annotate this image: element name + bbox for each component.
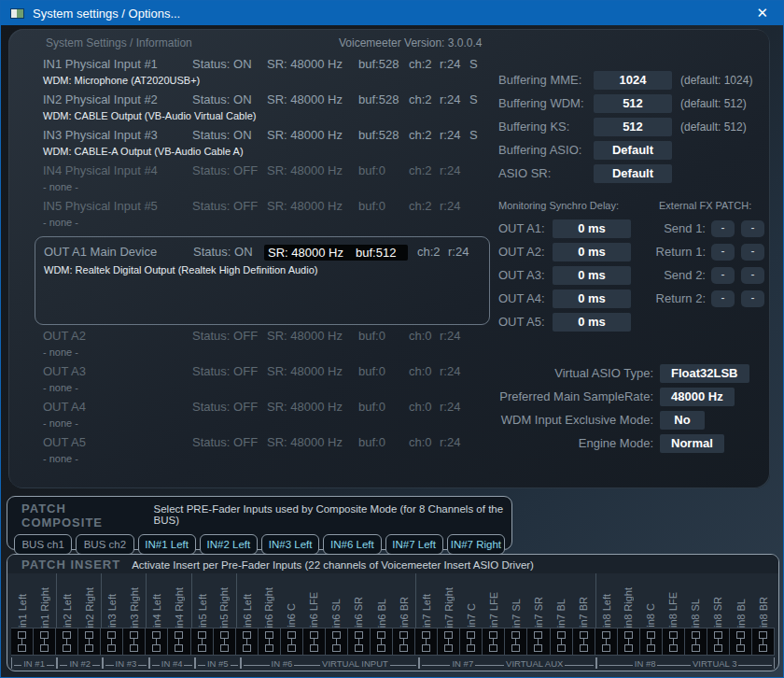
insert-toggle[interactable]: [393, 628, 415, 656]
insert-toggle[interactable]: [34, 628, 56, 656]
fx-patch-button-b[interactable]: -: [741, 220, 764, 237]
insert-toggle[interactable]: [168, 628, 190, 656]
insert-toggle[interactable]: [730, 628, 752, 656]
insert-channel-strip: in6 C: [281, 573, 303, 656]
device-row[interactable]: IN2 Physical Input #2 Status: ON SR: 480…: [35, 92, 501, 128]
insert-toggle[interactable]: [191, 628, 214, 656]
fx-patch-button-a[interactable]: -: [711, 244, 735, 261]
insert-channel-label-box: in7 SL: [505, 573, 527, 628]
monitoring-label: OUT A1:: [498, 221, 553, 235]
insert-plug-icon: [130, 631, 138, 652]
insert-plug-icon: [444, 631, 453, 652]
insert-channel-label-box: in4 Right: [168, 573, 190, 628]
insert-toggle[interactable]: [326, 628, 348, 656]
delay-value-button[interactable]: 0 ms: [553, 313, 631, 332]
insert-toggle[interactable]: [460, 628, 483, 656]
insert-toggle[interactable]: [707, 628, 730, 656]
insert-group-extra-label: VIRTUAL INPUT: [322, 659, 388, 669]
monitoring-row: OUT A5: 0 ms: [498, 310, 646, 333]
insert-toggle[interactable]: [146, 628, 168, 656]
delay-value-button[interactable]: 0 ms: [553, 219, 631, 238]
device-row[interactable]: IN3 Physical Input #3 Status: ON SR: 480…: [35, 128, 501, 163]
device-row[interactable]: IN5 Physical Input #5 Status: OFF SR: 48…: [35, 199, 501, 234]
insert-channel-label-box: in6 SR: [348, 573, 371, 628]
composite-channel-button[interactable]: IN#3 Left: [261, 534, 319, 555]
option-value-button[interactable]: No: [660, 411, 705, 430]
insert-channel-label-box: in7 C: [460, 573, 483, 628]
close-icon[interactable]: ✕: [750, 5, 774, 21]
fx-patch-button-a[interactable]: -: [711, 267, 735, 284]
fx-patch-button-b[interactable]: -: [741, 267, 764, 284]
device-row[interactable]: IN1 Physical Input #1 Status: ON SR: 480…: [35, 57, 501, 92]
device-resolution: r:24: [440, 199, 469, 213]
delay-value-button[interactable]: 0 ms: [553, 266, 631, 285]
insert-channel-label-box: in3 Left: [101, 573, 123, 628]
insert-toggle[interactable]: [259, 628, 281, 656]
delay-value-button[interactable]: 0 ms: [553, 290, 631, 308]
insert-group-label: IN #2: [69, 659, 91, 669]
insert-toggle[interactable]: [573, 628, 595, 656]
monitoring-row: OUT A1: 0 ms: [498, 217, 646, 240]
insert-toggle[interactable]: [640, 628, 663, 656]
insert-toggle[interactable]: [505, 628, 527, 656]
composite-channel-button[interactable]: BUS ch2: [76, 534, 133, 555]
insert-toggle[interactable]: [685, 628, 707, 656]
insert-toggle[interactable]: [281, 628, 303, 656]
option-value-button[interactable]: Normal: [660, 434, 724, 453]
insert-toggle[interactable]: [663, 628, 685, 656]
insert-toggle[interactable]: [123, 628, 146, 656]
composite-channel-button[interactable]: IN#7 Left: [385, 534, 443, 555]
external-fx-section: External FX PATCH: Send 1: - - Return 1:: [646, 200, 771, 333]
out-a1-device-box[interactable]: OUT A1 Main Device Status: ON SR: 48000 …: [35, 236, 490, 325]
device-row[interactable]: OUT A5 Status: OFF SR: 48000 Hz buf:0 ch…: [35, 435, 501, 471]
buffering-value-button[interactable]: 512: [594, 94, 672, 113]
composite-channel-button[interactable]: IN#6 Left: [323, 534, 381, 555]
insert-channel-label-box: in7 BL: [551, 573, 573, 628]
insert-toggle[interactable]: [214, 628, 236, 656]
buffering-value-button[interactable]: 512: [594, 118, 672, 136]
device-row[interactable]: IN4 Physical Input #4 Status: OFF SR: 48…: [35, 163, 501, 199]
insert-channel-strip: in7 BL: [551, 573, 573, 656]
insert-toggle[interactable]: [236, 628, 259, 656]
composite-channel-button[interactable]: BUS ch1: [14, 534, 72, 555]
insert-toggle[interactable]: [371, 628, 393, 656]
insert-toggle[interactable]: [101, 628, 123, 656]
option-value-button[interactable]: Float32LSB: [660, 364, 749, 383]
fx-patch-button-a[interactable]: -: [711, 220, 735, 237]
insert-toggle[interactable]: [415, 628, 438, 656]
insert-toggle[interactable]: [11, 628, 34, 656]
device-s-flag: [469, 163, 501, 177]
insert-plug-icon: [310, 631, 318, 652]
fx-patch-button-a[interactable]: -: [711, 290, 735, 307]
buffering-value-button[interactable]: 1024: [594, 71, 672, 90]
insert-toggle[interactable]: [618, 628, 640, 656]
insert-toggle[interactable]: [78, 628, 101, 656]
buffering-value-button[interactable]: Default: [594, 164, 672, 183]
fx-patch-button-b[interactable]: -: [741, 290, 764, 307]
buffering-value-button[interactable]: Default: [594, 141, 672, 160]
insert-plug-icon: [152, 631, 161, 652]
fx-label: Return 1:: [646, 245, 706, 259]
insert-toggle[interactable]: [56, 628, 78, 656]
insert-channel-strip: in8 BL: [730, 573, 752, 656]
fx-patch-button-b[interactable]: -: [741, 244, 764, 261]
composite-channel-button[interactable]: IN#1 Left: [138, 534, 196, 555]
device-row[interactable]: OUT A4 Status: OFF SR: 48000 Hz buf:0 ch…: [35, 400, 501, 435]
insert-toggle[interactable]: [348, 628, 371, 656]
device-row[interactable]: OUT A2 Status: OFF SR: 48000 Hz buf:0 ch…: [35, 329, 501, 364]
composite-channel-button[interactable]: IN#7 Right: [447, 534, 505, 555]
insert-toggle[interactable]: [527, 628, 550, 656]
insert-channel-label-box: in2 Left: [56, 573, 78, 628]
insert-toggle[interactable]: [595, 628, 618, 656]
device-row[interactable]: OUT A3 Status: OFF SR: 48000 Hz buf:0 ch…: [35, 364, 501, 400]
delay-value-button[interactable]: 0 ms: [553, 243, 631, 261]
insert-toggle[interactable]: [303, 628, 326, 656]
insert-channel-label: in1 Right: [40, 587, 50, 628]
composite-channel-button[interactable]: IN#2 Left: [200, 534, 258, 555]
insert-toggle[interactable]: [752, 628, 775, 656]
titlebar[interactable]: System settings / Options... ✕: [1, 1, 783, 25]
insert-toggle[interactable]: [483, 628, 505, 656]
option-value-button[interactable]: 48000 Hz: [660, 388, 735, 406]
insert-toggle[interactable]: [438, 628, 460, 656]
insert-toggle[interactable]: [551, 628, 573, 656]
